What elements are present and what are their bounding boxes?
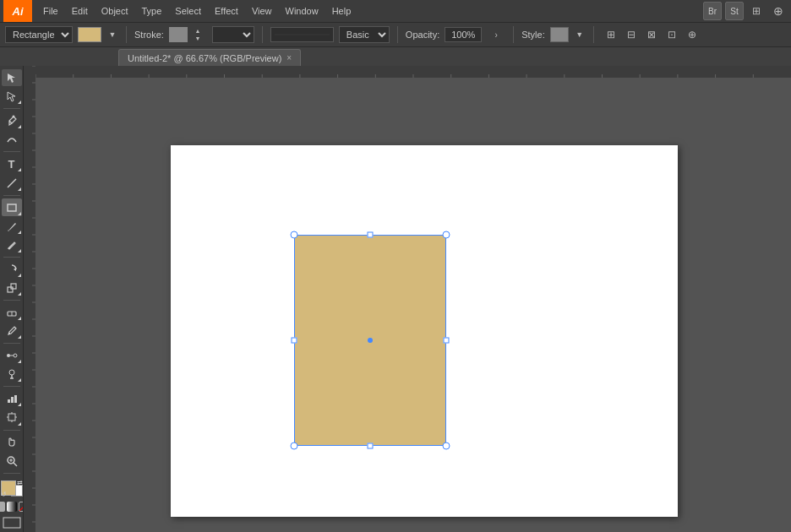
corner-handle-tl[interactable]: [291, 231, 298, 239]
rect-object[interactable]: [289, 230, 451, 451]
svg-point-10: [14, 354, 17, 357]
handle-top-mid[interactable]: [368, 232, 374, 238]
sep4: [513, 26, 514, 43]
ruler-vertical: [24, 66, 35, 532]
workspace-icon[interactable]: ⊞: [747, 2, 766, 20]
svg-point-0: [12, 116, 14, 118]
svg-rect-15: [14, 395, 17, 403]
tool-sep7: [3, 386, 20, 387]
stroke-down[interactable]: ▼: [188, 35, 207, 42]
shape-selector[interactable]: Rectangle: [5, 26, 73, 43]
fill-arrow[interactable]: ▼: [106, 25, 118, 44]
handle-bottom-mid[interactable]: [368, 443, 374, 449]
rectangle-tool[interactable]: [2, 198, 22, 215]
column-graph-tool[interactable]: [2, 390, 22, 407]
pen-tool[interactable]: [2, 112, 22, 129]
curvature-tool[interactable]: [2, 131, 22, 148]
opacity-arrow[interactable]: ›: [487, 25, 505, 44]
zoom-tool[interactable]: [2, 453, 22, 470]
menu-select[interactable]: Select: [169, 3, 207, 19]
stroke-style-preview[interactable]: [270, 27, 334, 42]
align-middle-icon[interactable]: ⊕: [683, 25, 701, 44]
doc-tab-title: Untitled-2* @ 66.67% (RGB/Preview): [128, 53, 281, 63]
stroke-up[interactable]: ▲: [188, 27, 207, 35]
swap-colors-icon[interactable]: ⇄: [17, 479, 23, 486]
tab-close-btn[interactable]: ×: [286, 53, 292, 62]
stock-icon[interactable]: St: [725, 2, 744, 20]
stroke-style-selector[interactable]: Basic: [339, 26, 390, 43]
gpu-icon[interactable]: ⊕: [769, 2, 788, 20]
opacity-label: Opacity:: [406, 30, 439, 40]
menu-object[interactable]: Object: [95, 3, 134, 19]
screen-mode-icon[interactable]: [3, 517, 21, 529]
svg-line-1: [8, 179, 16, 187]
extra-tools: [3, 517, 21, 529]
style-label: Style:: [521, 30, 545, 40]
svg-rect-26: [24, 66, 35, 532]
paintbrush-tool[interactable]: [2, 218, 22, 235]
ruler-horizontal: [35, 66, 791, 78]
eraser-tool[interactable]: [2, 304, 22, 321]
document-tab[interactable]: Untitled-2* @ 66.67% (RGB/Preview) ×: [118, 49, 301, 66]
menu-window[interactable]: Window: [280, 3, 325, 19]
stroke-width-selector[interactable]: [212, 26, 254, 43]
menu-effect[interactable]: Effect: [209, 3, 244, 19]
sep5: [593, 26, 594, 43]
sep2: [262, 26, 263, 43]
tool-sep6: [3, 343, 20, 344]
svg-marker-3: [14, 268, 16, 271]
color-mode-icon[interactable]: [0, 502, 5, 512]
menu-file[interactable]: File: [37, 3, 64, 19]
canvas-workspace[interactable]: [35, 78, 791, 532]
pencil-tool[interactable]: [2, 236, 22, 253]
reset-colors-icon[interactable]: ↺: [1, 491, 7, 498]
menu-type[interactable]: Type: [136, 3, 168, 19]
svg-rect-5: [11, 284, 16, 289]
svg-line-22: [14, 463, 17, 466]
menu-view[interactable]: View: [246, 3, 278, 19]
svg-rect-14: [11, 397, 14, 403]
app-logo: Ai: [3, 0, 32, 22]
canvas-area[interactable]: [24, 66, 791, 532]
stroke-swatch[interactable]: [169, 27, 188, 42]
menu-edit[interactable]: Edit: [66, 3, 94, 19]
hand-tool[interactable]: [2, 433, 22, 450]
handle-mid-left[interactable]: [292, 338, 297, 344]
tool-sep8: [3, 430, 20, 431]
menu-help[interactable]: Help: [326, 3, 357, 19]
tool-sep2: [3, 151, 20, 152]
stroke-label: Stroke:: [134, 30, 164, 40]
style-arrow[interactable]: ▼: [574, 25, 586, 44]
bridge-icon[interactable]: Br: [703, 2, 722, 20]
options-bar: Rectangle ▼ Stroke: ▲ ▼ Basic Opacity: ›…: [0, 22, 791, 47]
tool-sep4: [3, 257, 20, 258]
scale-tool[interactable]: [2, 280, 22, 296]
svg-point-9: [7, 354, 10, 357]
corner-handle-br[interactable]: [443, 442, 450, 450]
color-boxes: ⇄ ↺: [1, 479, 23, 499]
left-toolbar: T: [0, 66, 24, 532]
fill-color-swatch[interactable]: [78, 27, 101, 42]
direct-selection-tool[interactable]: [2, 88, 22, 105]
align-left-icon[interactable]: ⊞: [602, 25, 620, 44]
corner-handle-bl[interactable]: [291, 442, 298, 450]
gradient-mode-icon[interactable]: [7, 502, 17, 512]
type-tool[interactable]: T: [2, 155, 22, 172]
corner-handle-tr[interactable]: [443, 231, 450, 239]
eyedropper-tool[interactable]: [2, 323, 22, 339]
line-tool[interactable]: [2, 174, 22, 191]
tool-sep9: [3, 473, 20, 474]
handle-mid-right[interactable]: [444, 338, 450, 344]
color-mode-icons: [0, 502, 24, 512]
align-top-icon[interactable]: ⊡: [663, 25, 681, 44]
tab-bar: Untitled-2* @ 66.67% (RGB/Preview) ×: [0, 47, 791, 66]
style-swatch[interactable]: [550, 27, 569, 42]
artboard-tool[interactable]: [2, 409, 22, 426]
symbol-sprayer-tool[interactable]: [2, 366, 22, 383]
blend-tool[interactable]: [2, 347, 22, 364]
selection-tool[interactable]: [2, 69, 22, 86]
align-right-icon[interactable]: ⊠: [642, 25, 661, 44]
opacity-input[interactable]: [445, 27, 482, 42]
rotate-tool[interactable]: [2, 261, 22, 278]
align-center-h-icon[interactable]: ⊟: [622, 25, 641, 44]
